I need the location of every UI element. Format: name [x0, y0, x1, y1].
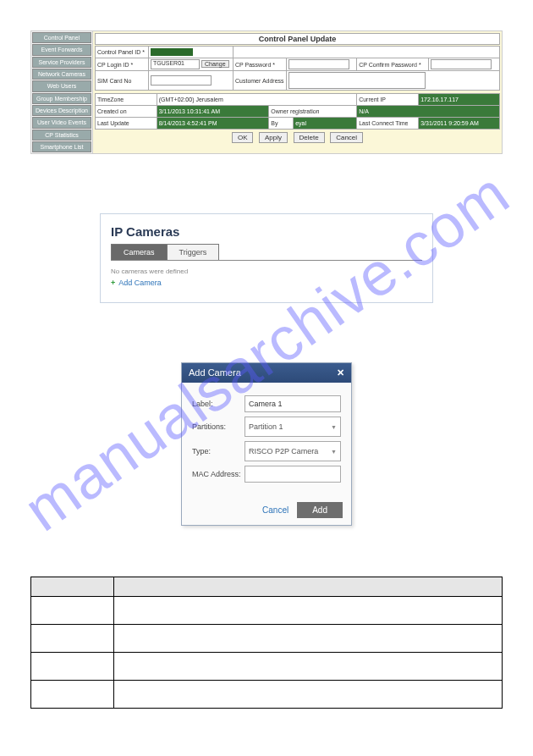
cp-login-id-input[interactable]: TGUSER01: [151, 59, 200, 69]
customer-address-input[interactable]: [288, 72, 426, 89]
timezone-select[interactable]: (GMT+02:00) Jerusalem: [159, 97, 223, 102]
ip-cameras-panel: IP Cameras Cameras Triggers No cameras w…: [100, 213, 433, 303]
mac-address-input[interactable]: [245, 466, 341, 483]
label-partitions: Partitions:: [192, 422, 245, 431]
last-update-value: 8/14/2013 4:52:41 PM: [157, 118, 269, 130]
created-on-value: 3/11/2013 10:31:41 AM: [157, 106, 269, 118]
label-last-connect-time: Last Connect Time: [357, 118, 419, 130]
sidebar-item-web-users[interactable]: Web Users: [32, 80, 91, 91]
panel-title: Control Panel Update: [95, 33, 500, 45]
tab-triggers[interactable]: Triggers: [168, 244, 220, 260]
sidebar-item-smartphone-list[interactable]: Smartphone List: [32, 141, 91, 152]
close-icon[interactable]: ✕: [337, 367, 344, 378]
label-camera-label: Label:: [192, 400, 245, 408]
sidebar-item-event-forwards[interactable]: Event Forwards: [32, 44, 91, 55]
apply-button[interactable]: Apply: [259, 132, 288, 143]
no-cameras-text: No cameras were defined: [111, 268, 422, 275]
cp-confirm-password-input[interactable]: [431, 59, 492, 69]
label-cp-password: CP Password *: [234, 58, 287, 71]
label-timezone: TimeZone: [96, 94, 157, 106]
dialog-add-button[interactable]: Add: [297, 502, 343, 518]
ip-cameras-title: IP Cameras: [111, 224, 422, 239]
label-cp-confirm-password: CP Confirm Password *: [357, 58, 429, 71]
label-sim-card-no: SIM Card No: [96, 71, 149, 91]
label-last-update: Last Update: [96, 118, 157, 130]
camera-label-input[interactable]: Camera 1: [245, 395, 341, 412]
sidebar-item-service-providers[interactable]: Service Providers: [32, 57, 91, 68]
current-ip-value: 172.16.17.117: [419, 94, 500, 106]
sidebar-item-control-panel[interactable]: Control Panel: [32, 32, 91, 43]
field-description-table: [30, 577, 503, 709]
last-connect-value: 3/31/2011 9:20:59 AM: [419, 118, 500, 130]
sim-card-input[interactable]: [151, 75, 212, 86]
sidebar-item-cp-statistics[interactable]: CP Statistics: [32, 130, 91, 141]
sidebar: Control Panel Event Forwards Service Pro…: [31, 31, 93, 153]
dialog-cancel-link[interactable]: Cancel: [262, 505, 288, 515]
cp-password-input[interactable]: [288, 59, 349, 69]
label-current-ip: Current IP: [357, 94, 419, 106]
label-type: Type:: [192, 447, 245, 455]
type-select[interactable]: RISCO P2P Camera: [245, 441, 341, 461]
change-button[interactable]: Change: [201, 60, 229, 68]
partitions-select[interactable]: Partition 1: [245, 417, 341, 437]
sidebar-item-devices-description[interactable]: Devices Description: [32, 105, 91, 116]
sidebar-item-group-membership[interactable]: Group Membership: [32, 93, 91, 104]
tab-cameras[interactable]: Cameras: [111, 244, 168, 260]
dialog-title: Add Camera: [189, 367, 241, 378]
by-value: eyal: [294, 118, 357, 130]
label-customer-address: Customer Address: [234, 71, 287, 91]
cancel-button[interactable]: Cancel: [330, 132, 363, 143]
sidebar-item-network-cameras[interactable]: Network Cameras: [32, 69, 91, 80]
label-created-on: Created on: [96, 106, 157, 118]
label-by: By: [269, 118, 294, 130]
label-mac-address: MAC Address:: [192, 470, 245, 478]
delete-button[interactable]: Delete: [294, 132, 325, 143]
label-cp-login-id: CP Login ID *: [96, 58, 149, 71]
owner-registration-value: N/A: [357, 106, 500, 118]
sidebar-item-user-video-events[interactable]: User Video Events: [32, 117, 91, 128]
control-panel-section: Control Panel Event Forwards Service Pro…: [30, 30, 503, 154]
add-camera-link[interactable]: Add Camera: [111, 279, 422, 287]
label-control-panel-id: Control Panel ID *: [96, 47, 149, 58]
label-owner-registration: Owner registration: [269, 106, 357, 118]
add-camera-dialog: Add Camera ✕ Label: Camera 1 Partitions:…: [181, 362, 352, 526]
ok-button[interactable]: OK: [232, 132, 254, 143]
